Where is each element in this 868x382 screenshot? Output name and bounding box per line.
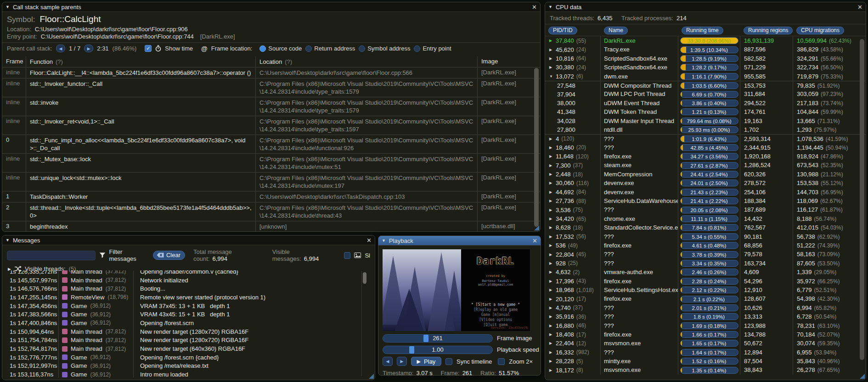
scrollbar-thumb[interactable] xyxy=(860,39,864,360)
cpu-row[interactable]: ▶536(49)firefox.exe4.61 s (0.48%)68,8565… xyxy=(545,241,866,250)
collapse-icon[interactable]: ▼ xyxy=(548,5,552,9)
message-row[interactable]: 1s 146,576,766nsMain thread(37,812)Booti… xyxy=(2,284,375,293)
callstack-scrollbar[interactable] xyxy=(534,68,539,227)
close-icon[interactable]: ✕ xyxy=(366,237,372,244)
expand-icon[interactable]: ▶ xyxy=(549,190,553,194)
frame-location-radio-entry-point[interactable]: Entry point xyxy=(414,45,451,52)
expand-icon[interactable]: ▶ xyxy=(549,39,553,43)
expand-icon[interactable]: ▶ xyxy=(549,235,553,239)
expand-icon[interactable]: ▶ xyxy=(549,208,553,212)
close-icon[interactable]: ✕ xyxy=(857,4,862,11)
play-button[interactable]: ▶Play xyxy=(411,357,441,366)
table-row[interactable]: inlinestd::invokeC:\Program Files (x86)\… xyxy=(2,97,540,116)
cpu-row[interactable]: ▶37,840(55)DarkRL.exe33:30.8 (208.96%)16… xyxy=(545,36,866,45)
col-running-time[interactable]: Running time xyxy=(682,27,723,34)
expand-icon[interactable]: ▶ xyxy=(549,306,553,310)
filter-input[interactable] xyxy=(7,251,96,260)
cpu-row[interactable]: ▶11,648(120)firefox.exe34.27 s (3.56%)1,… xyxy=(545,152,866,161)
expand-icon[interactable]: ▶ xyxy=(549,279,553,283)
message-row[interactable]: 1s 151,754,784nsMain thread(37,812)New r… xyxy=(2,336,375,345)
table-row[interactable]: inlinestd::_Mutex_base::lockC:\Program F… xyxy=(2,154,540,173)
show-time-checkbox[interactable]: ✓ xyxy=(145,45,152,52)
playback-titlebar[interactable]: ▼ Playback ✕ xyxy=(378,236,541,246)
expand-icon[interactable]: ▶ xyxy=(549,154,553,158)
col-name[interactable]: Name xyxy=(604,27,628,34)
cpu-row[interactable]: ▶4(120)???1:01.9 (6.43%)2,593,3141,078,5… xyxy=(545,134,866,143)
cpu-row[interactable]: 34,028DWM Master Input Thread799.64 ms (… xyxy=(545,117,866,125)
cpu-row[interactable]: ▶928(25)???3.34 s (0.35%)163,73487,605(5… xyxy=(545,259,866,268)
cpu-row[interactable]: ▶22,804(45)???3.78 s (0.39%)79,57858,163… xyxy=(545,250,866,258)
expand-icon[interactable]: ▶ xyxy=(549,297,553,301)
close-icon[interactable]: ✕ xyxy=(532,4,537,11)
table-row[interactable]: 1TaskDispatch::WorkerC:\Users\wolf\Deskt… xyxy=(2,191,540,202)
cpu-row[interactable]: ▶30,060(116)devenv.exe24.01 s (2.50%)278… xyxy=(545,179,866,187)
message-row[interactable]: 1s 152,764,817nsMain thread(37,812)New r… xyxy=(2,344,375,353)
cpu-row[interactable]: ▶4,740(37)???2.01 s (0.21%)10,6266,994(6… xyxy=(545,303,866,312)
collapse-icon[interactable]: ▼ xyxy=(6,5,10,9)
table-row[interactable]: 0std::_Func_impl_no_alloc<<lambda_5bc224… xyxy=(2,135,540,154)
cpu-row[interactable]: ▶18,460(20)???42.85 s (4.45%)2,344,9151,… xyxy=(545,143,866,152)
col-location[interactable]: Location(?) xyxy=(256,56,478,67)
cpu-row[interactable]: ▶4,632(2)vmware-authd.exe2.46 s (0.26%)4… xyxy=(545,268,866,276)
cpu-row[interactable]: ▼13,072(6)dwm.exe1:16.1 (7.90%)955,58571… xyxy=(545,72,866,81)
clear-button[interactable]: Clear xyxy=(153,251,185,260)
table-row[interactable]: inlinestd::_Invoker_functor::_CallC:\Pro… xyxy=(2,79,540,97)
cpu-row[interactable]: ▶18,968(1,018)ServiceHub.SettingsHost.ex… xyxy=(545,286,866,294)
message-row[interactable]: 1s 147,400,846nsGame(36,912)Opening /for… xyxy=(2,319,375,327)
col-running-regions[interactable]: Running regions xyxy=(744,27,793,34)
message-row[interactable]: 1s 150,994,64nsMain thread(37,812)New re… xyxy=(2,327,375,336)
expand-icon[interactable]: ▶ xyxy=(549,288,553,292)
expand-icon[interactable]: ▶ xyxy=(549,368,553,372)
expand-icon[interactable]: ▶ xyxy=(549,172,553,176)
expand-icon[interactable]: ▶ xyxy=(549,270,553,274)
cpu-row[interactable]: ▶18,408(17)firefox.exe1.66 s (0.17%)134,… xyxy=(545,330,866,339)
col-cpu-migrations[interactable]: CPU migrations xyxy=(796,27,844,34)
cpu-scrollbar[interactable] xyxy=(860,39,864,373)
collapse-icon[interactable]: ▼ xyxy=(382,238,386,243)
table-row[interactable]: inlineFloor::CalcLight::__l4::<lambda_5b… xyxy=(2,67,540,79)
expand-icon[interactable]: ▶ xyxy=(549,359,553,363)
expand-icon[interactable]: ▶ xyxy=(549,324,553,328)
collapse-icon[interactable]: ▼ xyxy=(6,238,10,242)
expand-icon[interactable]: ▶ xyxy=(549,48,553,52)
expand-icon[interactable]: ▶ xyxy=(549,341,553,345)
expand-icon[interactable]: ▶ xyxy=(549,350,553,354)
prev-stack-button[interactable]: ◀ xyxy=(56,45,65,52)
cpu-row[interactable]: ▶7,300(37)steam.exe27.61 s (2.87%)1,286,… xyxy=(545,161,866,169)
expand-icon[interactable]: ▶ xyxy=(549,315,553,319)
cpu-row[interactable]: ▶45,620(24)Tracy.exe1:39.5 (10.34%)887,5… xyxy=(545,45,866,54)
table-row[interactable]: inlinestd::unique_lock<std::mutex>::lock… xyxy=(2,173,540,191)
cpu-row[interactable]: ▶10,816(64)ScriptedSandbox64.exe1:28.5 (… xyxy=(545,54,866,63)
next-stack-button[interactable]: ▶ xyxy=(84,45,93,52)
frame-location-radio-source-code[interactable]: Source code xyxy=(259,45,302,52)
radio-icon[interactable] xyxy=(359,45,365,52)
col-image[interactable]: Image xyxy=(478,56,529,67)
frame-slider[interactable]: 261 xyxy=(383,334,493,343)
col-frame[interactable]: Frame xyxy=(2,56,26,67)
expand-icon[interactable]: ▶ xyxy=(549,65,553,69)
cpu-row[interactable]: ▶30,380(24)ScriptedSandbox64.exe1:28.2 (… xyxy=(545,63,866,72)
cpu-row[interactable]: ▶34,420(65)chrome.exe11.11 s (1.15%)14,4… xyxy=(545,214,866,223)
message-row[interactable]: 1s 152,912,997nsGame(36,912)Opening /met… xyxy=(2,362,375,371)
table-row[interactable]: 3beginthreadex[unknown][ucrtbase.dll] xyxy=(2,221,540,232)
radio-icon[interactable] xyxy=(414,45,420,52)
expand-icon[interactable]: ▶ xyxy=(549,332,553,337)
col-function[interactable]: Function(?) xyxy=(26,56,256,67)
frame-location-radio-symbol-address[interactable]: Symbol address xyxy=(359,45,410,52)
expand-icon[interactable]: ▶ xyxy=(549,199,553,203)
cpu-row[interactable]: ▶17,396(43)firefox.exe2.28 s (0.24%)54,2… xyxy=(545,277,866,286)
expand-icon[interactable]: ▶ xyxy=(549,253,553,257)
scrollbar-thumb[interactable] xyxy=(534,68,539,227)
images-checkbox[interactable] xyxy=(344,252,350,259)
cpu-row[interactable]: ▶17,532(56)???5.34 s (0.55%)90,18156,738… xyxy=(545,232,866,241)
cpu-row[interactable]: ▶35,916(36)???1.8 s (0.19%)13,3136,728(5… xyxy=(545,312,866,321)
radio-icon[interactable] xyxy=(259,45,266,52)
message-row[interactable]: 1s 147,354,456nsGame(36,912)VRAM 37x45: … xyxy=(2,302,375,310)
cpu-row[interactable]: ▶18,172(8)msvsmon.exe1.35 s (0.14%)38,84… xyxy=(545,365,866,374)
table-row[interactable]: inlinestd::_Invoker_ret<void,1>::_CallC:… xyxy=(2,116,540,135)
message-row[interactable]: 1s 126,335,272nsMain thread(37,812)Openi… xyxy=(2,270,375,276)
cpu-row[interactable]: ▶27,736(88)ServiceHub.DataWarehouse21.41… xyxy=(545,197,866,205)
cpu-row[interactable]: 38,000uDWM Event Thread3.86 s (0.40%)294… xyxy=(545,99,866,107)
frame-location-radio-return-address[interactable]: Return address xyxy=(305,45,355,52)
col-pid-tid[interactable]: PID/TID xyxy=(548,27,577,34)
